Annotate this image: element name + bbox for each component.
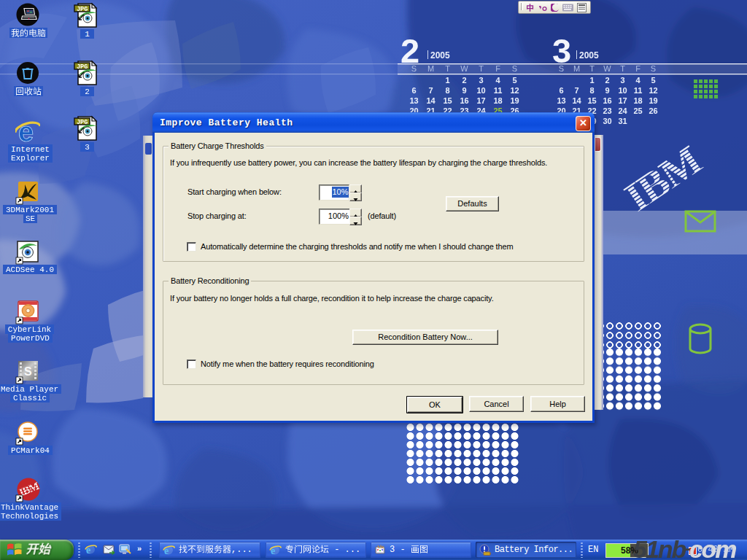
svg-text:JPG: JPG [77,63,88,71]
svg-text:JPG: JPG [77,119,88,126]
svg-text:JPG: JPG [77,6,88,13]
svg-text:S: S [24,365,32,378]
